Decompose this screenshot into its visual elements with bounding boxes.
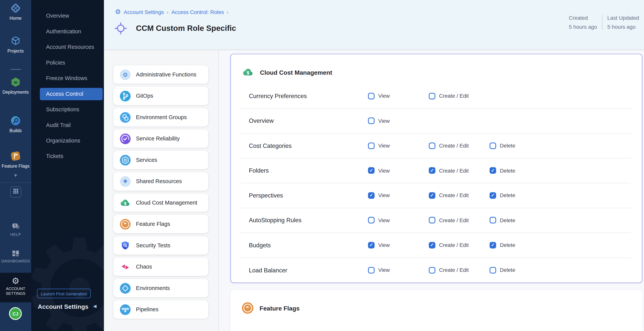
checkbox-create-edit[interactable]: ✓ [429,93,435,99]
checkbox-delete[interactable]: ✓ [490,267,496,273]
resource-group-cloud-cost-management[interactable]: $ Cloud Cost Management [114,194,208,212]
security-tests-icon [120,240,131,251]
help-icon: ? [11,222,20,231]
permission-section-cloud-cost-management: $ Cloud Cost Management Currency Prefere… [230,54,642,283]
checkbox-create-edit[interactable]: ✓ [429,267,435,273]
rail-item-account-settings[interactable]: ⚙ ACCOUNTSETTINGS [0,273,31,302]
permission-cell: ✓ Create / Edit [429,267,490,273]
rail-module-feature-flags[interactable]: Feature Flags [0,150,31,168]
permission-cell: ✓ View [368,217,429,224]
resource-group-label: Chaos [136,264,152,270]
resource-group-environment-groups[interactable]: Environment Groups [114,108,208,126]
resource-group-shared-resources[interactable]: ❖ Shared Resources [114,172,208,190]
deployments-icon: ∞ [10,76,21,88]
dashboards-icon [11,249,20,258]
home-icon [10,2,21,14]
rail-item-help[interactable]: ? HELP [0,222,31,237]
resource-group-service-reliability[interactable]: Service Reliability [114,129,208,148]
sidebar-item-policies[interactable]: Policies [31,57,104,69]
rail-module-deployments[interactable]: ∞ Deployments [0,76,31,95]
sidebar-item-authentication[interactable]: Authentication [31,26,104,38]
resource-group-chaos[interactable]: Chaos [114,258,208,276]
checkbox-create-edit[interactable]: ✓ [429,217,435,224]
permission-row: Overview ✓ View [240,108,631,134]
resource-group-services[interactable]: Services [114,151,208,169]
sidebar-item-tickets[interactable]: Tickets [31,150,104,163]
resource-group-label: Shared Resources [136,178,182,184]
check-icon: ✓ [430,243,434,248]
avatar[interactable]: CJ [9,307,22,320]
resource-group-gitops[interactable]: GitOps [114,86,208,105]
checkbox-view[interactable]: ✓ [368,167,374,174]
checkbox-view[interactable]: ✓ [368,142,374,149]
environments-icon [120,283,131,294]
launch-first-generation-button[interactable]: Launch First Generation [37,289,91,298]
permission-row-label: Load Balancer [249,267,368,273]
permission-checkbox-label: View [378,168,390,174]
rail-module-projects[interactable]: Projects [0,35,31,54]
avatar-initials: CJ [12,311,18,316]
sidebar-item-account-resources[interactable]: Account Resources [31,41,104,53]
collapse-sidebar-icon[interactable]: ◀ [93,304,96,308]
checkbox-create-edit[interactable]: ✓ [429,192,435,199]
resource-group-label: GitOps [136,93,153,99]
permission-checkbox-label: Create / Edit [439,242,469,248]
feature-flags-icon [242,302,254,314]
checkbox-delete[interactable]: ✓ [490,142,496,149]
checkbox-create-edit[interactable]: ✓ [429,142,435,149]
permission-row: Budgets ✓ View ✓ Create / Edit ✓ Delete [240,233,631,258]
module-rail: Home Projects ∞ Deployments Builds Featu… [0,0,31,331]
dashboards-label: DASHBOARDS [0,259,31,264]
help-label: HELP [0,232,31,237]
checkbox-view[interactable]: ✓ [368,242,374,248]
app-window: Home Projects ∞ Deployments Builds Featu… [0,0,644,331]
settings-sidebar: ⚙ OverviewAuthenticationAccount Resource… [31,0,104,331]
checkbox-view[interactable]: ✓ [368,118,374,124]
sidebar-item-freeze-windows[interactable]: Freeze Windows [31,72,104,84]
resource-group-label: Feature Flags [136,221,170,227]
permission-cell: ✓ Delete [490,267,550,273]
checkbox-delete[interactable]: ✓ [490,192,496,199]
chevron-down-icon[interactable]: ▼ [0,173,31,178]
resource-group-feature-flags[interactable]: Feature Flags [114,215,208,233]
checkbox-view[interactable]: ✓ [368,267,374,273]
permission-cell: ✓ Create / Edit [429,167,490,174]
rail-module-home[interactable]: Home [0,2,31,21]
breadcrumb-account-settings[interactable]: Account Settings [124,9,164,15]
checkbox-view[interactable]: ✓ [368,217,374,224]
checkbox-view[interactable]: ✓ [368,192,374,199]
checkbox-view[interactable]: ✓ [368,93,374,99]
sidebar-item-access-control[interactable]: Access Control [40,88,103,100]
sidebar-menu-list: OverviewAuthenticationAccount ResourcesP… [31,0,104,163]
gitops-icon [120,90,131,101]
resource-group-list: ⚙ Administrative Functions GitOps Enviro… [104,50,218,319]
checkbox-create-edit[interactable]: ✓ [429,167,435,174]
sidebar-item-overview[interactable]: Overview [31,10,104,22]
resource-group-administrative-functions[interactable]: ⚙ Administrative Functions [114,65,208,84]
checkbox-create-edit[interactable]: ✓ [429,242,435,248]
permission-checkbox-label: Delete [500,217,515,223]
resource-group-label: Services [136,157,157,163]
sidebar-item-subscriptions[interactable]: Subscriptions [31,104,104,116]
sidebar-panel-title: Account Settings [38,303,88,310]
created-label: Created [569,15,597,21]
permission-row: Perspectives ✓ View ✓ Create / Edit ✓ De… [240,183,631,208]
resource-group-pipelines[interactable]: Pipelines [114,300,208,318]
resource-group-environments[interactable]: Environments [114,279,208,297]
module-picker-button[interactable] [10,186,22,198]
breadcrumb-access-control-roles[interactable]: Access Control: Roles [172,9,224,15]
check-icon: ✓ [491,243,495,248]
permission-row-label: Folders [249,167,368,174]
checkbox-delete[interactable]: ✓ [490,217,496,224]
resource-group-security-tests[interactable]: Security Tests [114,236,208,254]
rail-item-dashboards[interactable]: DASHBOARDS [0,249,31,264]
checkbox-delete[interactable]: ✓ [490,242,496,248]
checkbox-delete[interactable]: ✓ [490,167,496,174]
permission-row: Folders ✓ View ✓ Create / Edit ✓ Delete [240,158,631,183]
sidebar-item-organizations[interactable]: Organizations [31,135,104,147]
rail-module-builds[interactable]: Builds [0,115,31,133]
sidebar-item-audit-trail[interactable]: Audit Trail [31,119,104,132]
rail-divider [10,69,21,70]
resource-group-label: Service Reliability [136,136,180,142]
section-header: Feature Flags [230,290,642,314]
